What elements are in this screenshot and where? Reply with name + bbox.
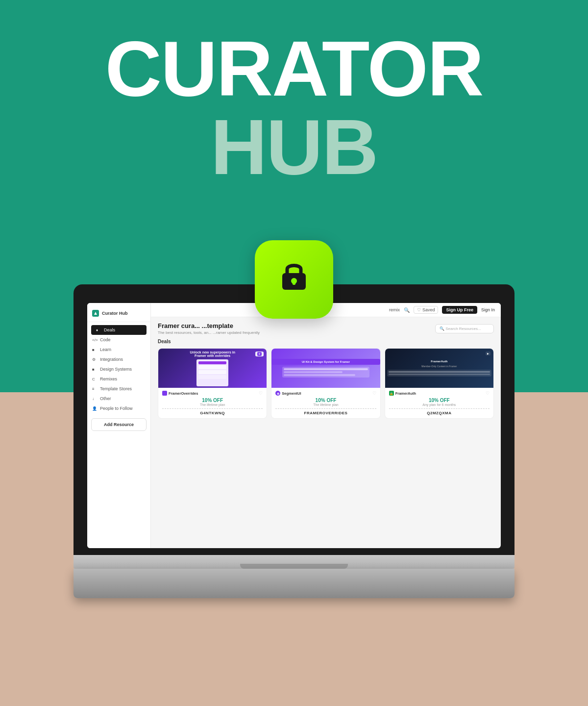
laptop-base [74,555,514,569]
card-segment-ui[interactable]: UI Kit & Design System for Framer [271,348,380,419]
card-divider-3 [389,408,490,409]
card-name-row-3: 🔒 FramerAuth ♡ [389,391,490,396]
cards-grid: Unlock new superpowers inFramer with ove… [158,348,494,419]
card-bg-3: FramerAuth Member-Only Content in Framer [385,349,493,388]
app-ui: Curator Hub ♦ Deals </> Code ■ Learn [87,303,501,548]
laptop-screen-bezel: Curator Hub ♦ Deals </> Code ■ Learn [74,284,514,555]
card-name-row-2: ⊕ SegmentUI ♡ [275,391,376,396]
sidebar-item-label-learn: Learn [100,347,111,352]
sidebar: Curator Hub ♦ Deals </> Code ■ Learn [87,303,151,548]
laptop-screen: Curator Hub ♦ Deals </> Code ■ Learn [87,303,501,548]
card-bg-1: Unlock new superpowers inFramer with ove… [158,349,267,388]
card-icon-2: ⊕ [275,391,280,396]
sidebar-item-label-design: Design Systems [100,367,132,372]
signup-button[interactable]: Sign Up Free [442,306,477,314]
svg-rect-2 [293,281,295,285]
card-plan-2: The lifetime plan [275,403,376,406]
heart-icon: ♡ [417,307,421,312]
template-stores-icon: ≡ [92,387,97,391]
integrations-icon: ⚙ [92,357,97,362]
sidebar-logo-text: Curator Hub [102,311,128,316]
sidebar-item-people[interactable]: 👤 People to Follow [87,403,150,413]
signin-link[interactable]: Sign In [481,307,495,312]
card-footer-1: FramerOverrides ♡ 10% OFF The lifetime p… [158,388,267,418]
sidebar-item-label-people: People to Follow [100,406,133,411]
sidebar-item-code[interactable]: </> Code [87,335,150,345]
saved-button[interactable]: ♡ Saved [414,306,439,314]
card-code-3: Q2MZQXMA [389,411,490,415]
card-image-1: Unlock new superpowers inFramer with ove… [158,349,267,388]
nav-remix[interactable]: remix [389,307,400,312]
sidebar-item-deals[interactable]: ♦ Deals [91,325,147,335]
sidebar-item-integrations[interactable]: ⚙ Integrations [87,354,150,364]
card-discount-2: 10% OFF [275,398,376,403]
card-heart-3[interactable]: ♡ [486,391,490,396]
saved-label: Saved [422,307,435,312]
hero-title-line2: HUB [0,108,588,186]
add-resource-button[interactable]: Add Resource [91,418,147,431]
card-badge-3: ▶ [486,352,490,355]
hero-section: CURATOR HUB [0,29,588,186]
card-divider-2 [275,408,376,409]
page-header: Framer cura... ...template The best reso… [158,322,494,335]
card-plan-3: Any plan for 6 months [389,403,490,406]
sidebar-item-template-stores[interactable]: ≡ Template Stores [87,384,150,394]
card-name-1: FramerOverrides [162,391,198,396]
deals-icon: ♦ [96,328,101,332]
sidebar-item-other[interactable]: ↓ Other [87,394,150,403]
sidebar-item-label-code: Code [100,337,111,342]
card-divider-1 [162,408,263,409]
section-title-deals: Deals [158,339,494,344]
card-name-2: ⊕ SegmentUI [275,391,301,396]
sidebar-item-label-remixes: Remixes [100,377,117,381]
code-icon: </> [92,338,97,342]
content-area: Framer cura... ...template The best reso… [151,317,501,548]
design-systems-icon: ■ [92,367,97,372]
remixes-icon: C [92,377,97,381]
other-icon: ↓ [92,397,97,401]
sidebar-item-label-templates: Template Stores [100,386,132,391]
card-icon-1 [162,391,167,396]
sidebar-logo-icon [92,310,99,317]
card-name-row-1: FramerOverrides ♡ [162,391,263,396]
search-input[interactable]: 🔍 Search Resources... [435,324,494,333]
laptop-keyboard [74,569,514,598]
card-badge-1: F [255,352,264,356]
sidebar-item-learn[interactable]: ■ Learn [87,345,150,354]
learn-icon: ■ [92,348,97,352]
card-code-2: FRAMEROVERRIDES [275,411,376,415]
sidebar-item-label-other: Other [100,396,111,401]
search-icon[interactable]: 🔍 [404,307,410,313]
fade-bottom [158,424,494,433]
laptop-wrapper: Curator Hub ♦ Deals </> Code ■ Learn [74,284,514,598]
hero-title-line1: CURATOR [0,29,588,108]
sidebar-item-design-systems[interactable]: ■ Design Systems [87,364,150,374]
card-heart-1[interactable]: ♡ [259,391,263,396]
card-image-2: UI Kit & Design System for Framer [271,349,380,388]
card-image-3: FramerAuth Member-Only Content in Framer [385,349,493,388]
people-icon: 👤 [92,406,97,411]
card-framer-overrides[interactable]: Unlock new superpowers inFramer with ove… [158,348,267,419]
card-bg-2: UI Kit & Design System for Framer [271,349,380,388]
app-icon [255,240,333,319]
card-footer-3: 🔒 FramerAuth ♡ 10% OFF Any plan for 6 mo… [385,388,493,418]
main-content: remix 🔍 ♡ Saved Sign Up Free Sign In [151,303,501,548]
sidebar-logo: Curator Hub [87,308,150,322]
card-heart-2[interactable]: ♡ [372,391,376,396]
svg-marker-3 [94,312,97,315]
sidebar-item-label-deals: Deals [104,328,115,332]
card-icon-3: 🔒 [389,391,394,396]
sidebar-item-label-integrations: Integrations [100,357,123,362]
card-discount-3: 10% OFF [389,398,490,403]
app-icon-symbol [274,255,314,304]
laptop: Curator Hub ♦ Deals </> Code ■ Learn [74,284,514,598]
card-code-1: G4NTKWNQ [162,411,263,415]
card-plan-1: The lifetime plan [162,403,263,406]
sidebar-item-remixes[interactable]: C Remixes [87,374,150,384]
card-name-3: 🔒 FramerAuth [389,391,416,396]
card-footer-2: ⊕ SegmentUI ♡ 10% OFF The lifetime plan [271,388,380,418]
card-framer-auth[interactable]: FramerAuth Member-Only Content in Framer [385,348,494,419]
card-discount-1: 10% OFF [162,398,263,403]
